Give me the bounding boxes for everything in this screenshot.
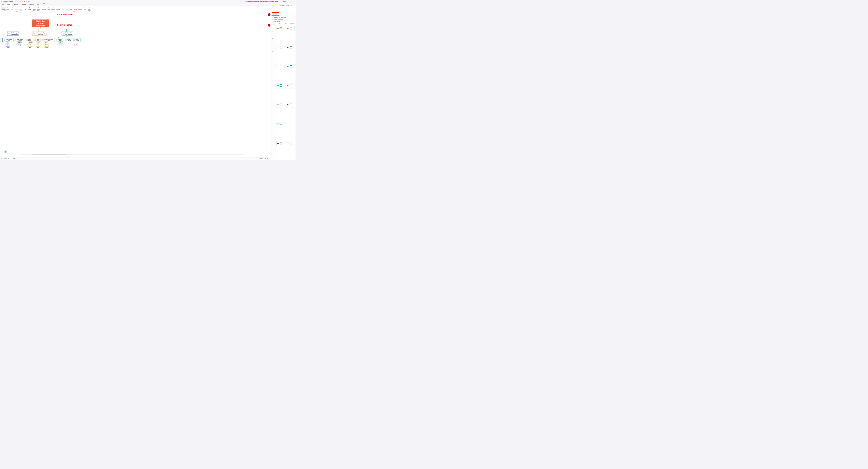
node-max[interactable]: Max (17, 44, 21, 46)
node-larry[interactable]: Larry (36, 44, 40, 46)
node-dev-mgr[interactable]: Development MgrJay Potter (32, 32, 46, 36)
theme-tab-customize[interactable]: Customize (289, 22, 295, 25)
node-intern-a[interactable]: Intern A (58, 42, 63, 43)
picture-button[interactable]: 🖼Picture▾ (69, 6, 73, 11)
help-icon[interactable]: ？▾ (291, 5, 292, 6)
undo-icon[interactable]: ↶ (15, 1, 17, 2)
node-root[interactable]: Marketing DirectorLilly Snap (32, 20, 49, 27)
node-edward[interactable]: Edward (44, 46, 49, 48)
view-mode-1-icon[interactable]: ▦ (265, 158, 266, 159)
relationship-button[interactable]: ↝Relationship▾ (41, 6, 47, 11)
menu-page-style[interactable]: Page Style (12, 3, 20, 6)
format-painter-button[interactable]: 🖌Format Painter (19, 6, 23, 11)
node-group3[interactable]: Group 3Dhara (72, 38, 81, 42)
scrollbar-thumb[interactable] (32, 154, 66, 154)
node-abby[interactable]: Abby (6, 44, 10, 46)
redo-icon[interactable]: ↷ (17, 1, 19, 2)
toggle-sidebar-icon[interactable]: ▯▯ (1, 158, 2, 159)
page-selector[interactable]: Page-1▾ (3, 158, 9, 159)
node-prod-mgr[interactable]: Product MgrRon Watson (62, 32, 73, 36)
node-jacob[interactable]: Jacob (28, 46, 32, 48)
canvas[interactable]: Go to Map tab bar Select a Theme 1 2 (0, 12, 271, 157)
subtopic-button[interactable]: ⿻Subtopic (28, 6, 32, 11)
new-icon[interactable]: ⊞ (19, 1, 21, 2)
add-page-button[interactable]: ＋ (10, 158, 11, 159)
node-susie[interactable]: Susie (36, 46, 40, 48)
fullscreen-icon[interactable]: ⛶ (269, 158, 270, 159)
ai-tab[interactable]: ✦ (279, 12, 282, 15)
multiple-topics-button[interactable]: ⿳Multiple Topics (36, 6, 40, 11)
menu-home[interactable]: Home (6, 3, 12, 6)
save-icon[interactable]: 💾 (24, 1, 26, 2)
cut-button[interactable]: ✂Cut (14, 7, 19, 9)
mark-button[interactable]: ☺Mark (65, 6, 69, 11)
copy-button[interactable]: ⧉Copy (14, 9, 19, 10)
node-tony[interactable]: Tony (44, 42, 48, 43)
node-green[interactable]: Green (17, 42, 21, 43)
share-button[interactable]: ⚲Share (286, 5, 289, 6)
summary-button[interactable]: ≡Summary (56, 6, 60, 11)
menu-view[interactable]: View (35, 3, 41, 6)
node-dick[interactable]: Dick (6, 46, 9, 48)
maximize-icon[interactable]: ▢ (290, 1, 293, 3)
node-cj[interactable]: CJ (73, 44, 78, 46)
boundary-button[interactable]: ▢Boundary (51, 6, 56, 11)
sign-in-button[interactable]: 👤 Sign In (281, 1, 287, 2)
theme-thumb[interactable]: 中心 (286, 122, 295, 127)
theme-tab-light[interactable]: Light (276, 22, 282, 25)
topic-button[interactable]: ▭Topic▾ (24, 6, 27, 11)
icons-tab[interactable]: ☺ (285, 12, 289, 15)
theme-thumb[interactable] (286, 26, 295, 31)
theme-thumb[interactable] (286, 64, 295, 69)
theme-thumb[interactable] (286, 141, 295, 146)
theme-tab-dark[interactable]: Dark (282, 22, 289, 25)
more-button[interactable]: ⊞More▾ (83, 6, 87, 11)
export-icon[interactable]: ⇪▾ (28, 1, 30, 2)
node-leslie[interactable]: Leslie (28, 44, 32, 46)
print-icon[interactable]: 🖨 (26, 1, 27, 2)
theme-thumb[interactable] (286, 83, 295, 89)
theme-thumb[interactable] (276, 45, 285, 50)
node-josh[interactable]: Josh (36, 42, 40, 43)
clipart-tab[interactable]: ⚙ (291, 12, 295, 15)
assistant-fab[interactable]: 🤖 (4, 150, 7, 153)
chk-flex[interactable]: Flexible Floating Topic (273, 19, 295, 21)
collapse-ribbon-icon[interactable]: ˄ (294, 5, 294, 6)
theme-thumb[interactable] (276, 26, 285, 31)
find-replace-button[interactable]: 🔍Find & Replace (87, 6, 92, 11)
theme-thumb[interactable] (276, 64, 285, 69)
node-iris[interactable]: Iris (6, 42, 9, 43)
view-mode-2-icon[interactable]: ▤ (267, 158, 268, 159)
numbering-button[interactable]: ≔Numbering▾ (77, 6, 83, 11)
theme-thumb[interactable] (276, 83, 285, 89)
map-tab[interactable] (273, 12, 276, 15)
open-icon[interactable]: 📂 (22, 1, 23, 2)
theme-thumb[interactable] (286, 45, 295, 50)
horizontal-scrollbar[interactable] (20, 154, 244, 155)
close-icon[interactable]: ✕ (293, 1, 295, 3)
menu-advanced[interactable]: Advanced (28, 3, 35, 6)
callout-button[interactable]: 💬Callout (47, 6, 51, 11)
node-intern-b[interactable]: Intern B (58, 44, 63, 46)
trial-banner[interactable]: 🛒 The trial period has expired. Upgrade … (244, 1, 279, 2)
node-media-mgr[interactable]: Media MgrWilliam John (7, 32, 19, 36)
note-button[interactable]: ✎Note (61, 6, 65, 11)
outliner-button[interactable]: ☰Outliner (5, 6, 10, 10)
mindmap-button[interactable]: ✂MindMap (1, 6, 6, 10)
theme-thumb[interactable] (286, 102, 295, 108)
page-chip[interactable]: Page-1 (13, 158, 16, 159)
publish-button[interactable]: ✈Publish (280, 5, 284, 6)
paste-button[interactable]: 📋Paste (10, 6, 14, 11)
theme-thumb[interactable] (276, 102, 285, 108)
node-tommy[interactable]: Tommy (28, 42, 33, 43)
chk-align[interactable]: Alignment With Sibling Topic (273, 17, 295, 19)
menu-ai[interactable]: AIHot (41, 3, 45, 6)
floating-topic-button[interactable]: ▭Floating Topic (32, 6, 36, 11)
node-group2[interactable]: Group 2Litisha (64, 38, 72, 42)
menu-slideshow[interactable]: Slideshow (20, 3, 28, 6)
formula-button[interactable]: ΣFormula (73, 6, 78, 11)
node-dennis[interactable]: Dennis (44, 44, 49, 46)
theme-thumb[interactable] (276, 141, 285, 146)
minimize-icon[interactable]: — (288, 1, 290, 3)
menu-file[interactable]: File (1, 3, 5, 6)
